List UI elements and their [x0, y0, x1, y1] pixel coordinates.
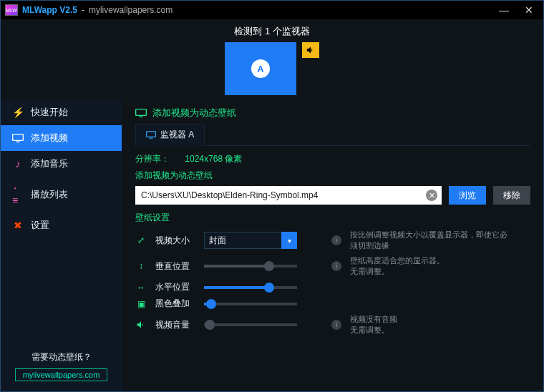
add-video-label: 添加视频为动态壁纸: [135, 170, 530, 182]
monitor-icon: [12, 134, 24, 142]
music-icon: ♪: [12, 158, 24, 170]
hpos-label: 水平位置: [155, 281, 195, 293]
video-size-label: 视频大小: [155, 235, 195, 247]
svg-rect-3: [139, 117, 142, 117]
resolution-label: 分辨率：: [135, 154, 170, 164]
svg-rect-1: [16, 142, 19, 142]
overlay-label: 黑色叠加: [155, 298, 195, 310]
playlist-icon: ᛫≡: [12, 183, 24, 206]
horizontal-icon: ↔: [135, 283, 147, 293]
sidebar-item-playlist[interactable]: ᛫≡ 播放列表: [1, 177, 122, 212]
footer-question: 需要动态壁纸？: [11, 351, 112, 363]
tab-monitor-a[interactable]: 监视器 A: [135, 124, 205, 146]
info-icon[interactable]: i: [331, 261, 341, 271]
close-button[interactable]: ✕: [519, 4, 539, 16]
video-path-input[interactable]: [135, 186, 442, 205]
vpos-hint1: 壁纸高度适合您的显示器。: [350, 256, 445, 265]
content-heading: 添加视频为动态壁纸: [135, 107, 530, 119]
resize-icon: ⤢: [135, 235, 147, 245]
sidebar-item-settings[interactable]: ✖ 设置: [1, 212, 122, 238]
remove-button[interactable]: 移除: [493, 186, 530, 205]
overlay-icon: ▣: [135, 299, 147, 309]
content-panel: 添加视频为动态壁纸 监视器 A 分辨率： 1024x768 像素 添加视频为动态…: [122, 99, 543, 391]
vpos-slider[interactable]: [204, 265, 297, 268]
vpos-hint2: 无需调整。: [350, 267, 389, 275]
vertical-icon: ↕: [135, 261, 147, 271]
monitor-letter: A: [251, 59, 270, 78]
svg-rect-5: [150, 138, 153, 139]
vol-hint1: 视频没有音频: [350, 315, 397, 323]
sidebar-item-addvideo[interactable]: 添加视频: [1, 125, 122, 151]
vol-hint2: 无需调整。: [350, 325, 389, 334]
volume-label: 视频音量: [155, 319, 195, 331]
hpos-slider[interactable]: [204, 286, 297, 289]
footer-link[interactable]: mylivewallpapers.com: [15, 368, 108, 381]
volume-slider[interactable]: [204, 323, 297, 326]
sound-toggle[interactable]: [302, 42, 319, 58]
monitor-preview[interactable]: A: [225, 42, 296, 95]
bolt-icon: ⚡: [12, 107, 24, 118]
app-logo: [5, 4, 18, 16]
video-size-select[interactable]: 封面: [204, 232, 297, 249]
vpos-label: 垂直位置: [155, 260, 195, 273]
tools-icon: ✖: [12, 220, 24, 231]
sidebar-item-addmusic[interactable]: ♪ 添加音乐: [1, 151, 122, 177]
monitor-header: 检测到 1 个监视器: [1, 19, 543, 42]
sidebar-item-quickstart[interactable]: ⚡ 快速开始: [1, 99, 122, 125]
titlebar: MLWapp V2.5 - mylivewallpapers.com — ✕: [1, 1, 543, 19]
sidebar: ⚡ 快速开始 添加视频 ♪ 添加音乐 ᛫≡ 播放列表 ✖ 设置: [1, 99, 122, 391]
browse-button[interactable]: 浏览: [449, 186, 486, 205]
detected-label: 检测到 1 个监视器: [1, 25, 543, 38]
wallpaper-settings-head: 壁纸设置: [135, 212, 530, 224]
info-icon[interactable]: i: [331, 235, 341, 245]
svg-rect-0: [13, 134, 24, 141]
app-subtitle: mylivewallpapers.com: [89, 5, 173, 15]
svg-rect-4: [147, 132, 156, 137]
info-icon[interactable]: i: [331, 320, 341, 330]
video-size-hint: 按比例调整视频大小以覆盖显示器，即使它必须切割边缘: [350, 230, 507, 251]
minimize-button[interactable]: —: [493, 4, 515, 16]
app-name: MLWapp V2.5: [22, 5, 77, 15]
resolution-value: 1024x768 像素: [185, 154, 242, 164]
volume-icon: [135, 320, 147, 330]
clear-path-icon[interactable]: ✕: [426, 190, 437, 201]
overlay-slider[interactable]: [204, 303, 297, 305]
svg-rect-2: [136, 109, 147, 116]
